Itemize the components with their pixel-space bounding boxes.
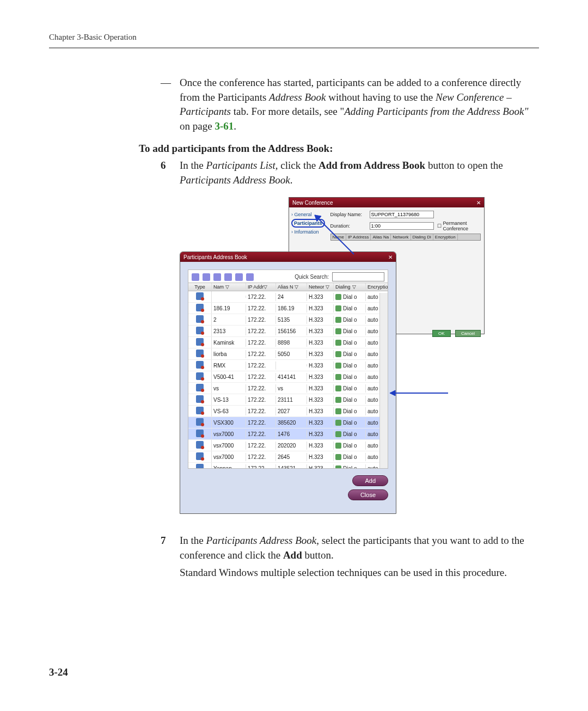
dial-icon bbox=[335, 351, 341, 357]
ab-title: Participants Address Book bbox=[183, 254, 247, 260]
participant-icon bbox=[196, 292, 204, 300]
participant-icon bbox=[196, 464, 204, 469]
dial-icon bbox=[335, 294, 341, 300]
bullet-text: Once the conference has started, partici… bbox=[180, 76, 539, 133]
duration-input[interactable] bbox=[370, 222, 434, 230]
dial-icon bbox=[335, 454, 341, 460]
ab-table-header: Type Nam ▽ IP Addr▽ Alias N ▽ Networ ▽ D… bbox=[188, 283, 388, 291]
nc-nav-information[interactable]: › Information bbox=[291, 229, 325, 235]
participant-icon bbox=[196, 361, 204, 369]
participant-icon bbox=[196, 407, 204, 414]
ab-toolbar: Quick Search: bbox=[188, 269, 388, 283]
table-row[interactable]: 172.22.24H.323 Dial oauto bbox=[188, 291, 388, 303]
sub-heading: To add participants from the Address Boo… bbox=[139, 142, 539, 156]
dial-icon bbox=[335, 363, 341, 369]
running-head: Chapter 3-Basic Operation bbox=[49, 33, 539, 42]
page-link-3-61[interactable]: 3-61 bbox=[215, 120, 234, 132]
toolbar-export-icon[interactable] bbox=[224, 273, 232, 281]
participant-icon bbox=[196, 304, 204, 311]
table-row[interactable]: VS-63172.22.2027H.323 Dial oauto bbox=[188, 406, 388, 417]
table-row[interactable]: liorba172.22.5050H.323 Dial oauto bbox=[188, 348, 388, 360]
permanent-label: Permanent Conference bbox=[443, 220, 481, 231]
toolbar-new-icon[interactable] bbox=[192, 273, 199, 281]
dial-icon bbox=[335, 385, 341, 391]
participant-icon bbox=[196, 338, 204, 346]
cancel-button[interactable]: Cancel bbox=[455, 330, 481, 337]
close-button[interactable]: Close bbox=[348, 489, 388, 500]
ab-titlebar: Participants Address Book ✕ bbox=[180, 252, 396, 262]
dial-icon bbox=[335, 420, 341, 426]
dial-icon bbox=[335, 317, 341, 323]
table-row[interactable]: VSX300172.22.385620H.323 Dial oauto bbox=[188, 417, 388, 428]
dash-mark: — bbox=[161, 76, 180, 133]
toolbar-delete-icon[interactable] bbox=[203, 273, 210, 281]
table-row[interactable]: 2172.22.5135H.323 Dial oauto bbox=[188, 314, 388, 326]
dial-icon bbox=[335, 397, 341, 403]
table-row[interactable]: vsx7000172.22.1476H.323 Dial oauto bbox=[188, 428, 388, 440]
participant-icon bbox=[196, 452, 204, 460]
nc-titlebar: New Conference ✕ bbox=[289, 198, 484, 207]
participant-icon bbox=[196, 315, 204, 323]
participant-icon bbox=[196, 372, 204, 380]
screenshot-figure: New Conference ✕ › General Participants … bbox=[180, 197, 485, 524]
dial-icon bbox=[335, 305, 341, 311]
participant-icon bbox=[196, 441, 204, 449]
participant-icon bbox=[196, 395, 204, 403]
dial-icon bbox=[335, 328, 341, 334]
quick-search-input[interactable] bbox=[332, 272, 384, 281]
table-row[interactable]: VS-13172.22.23111H.323 Dial oauto bbox=[188, 394, 388, 406]
page-number: 3-24 bbox=[49, 666, 68, 678]
display-name-input[interactable] bbox=[370, 211, 434, 218]
participant-icon bbox=[196, 384, 204, 391]
duration-label: Duration: bbox=[330, 223, 370, 229]
step-text: In the Participants List, click the Add … bbox=[180, 158, 539, 187]
ok-button[interactable]: OK bbox=[432, 330, 451, 337]
close-icon[interactable]: ✕ bbox=[388, 254, 393, 260]
toolbar-copy-icon[interactable] bbox=[235, 273, 243, 281]
header-divider bbox=[49, 47, 539, 48]
dial-icon bbox=[335, 374, 341, 380]
nc-nav-general[interactable]: › General bbox=[291, 212, 325, 217]
step-7: 7 In the Participants Address Book, sele… bbox=[161, 534, 539, 580]
table-row[interactable]: vsx7000172.22.202020H.323 Dial oauto bbox=[188, 440, 388, 451]
step-number: 7 bbox=[161, 534, 180, 580]
permanent-checkbox[interactable]: ☐ bbox=[437, 223, 442, 229]
display-name-label: Display Name: bbox=[330, 212, 370, 217]
table-row[interactable]: 2313172.22.156156H.323 Dial oauto bbox=[188, 326, 388, 337]
step-number: 6 bbox=[161, 158, 180, 187]
ab-table: Type Nam ▽ IP Addr▽ Alias N ▽ Networ ▽ D… bbox=[188, 283, 388, 469]
step-6: 6 In the Participants List, click the Ad… bbox=[161, 158, 539, 187]
participant-icon bbox=[196, 327, 204, 334]
nc-nav-participants[interactable]: Participants bbox=[291, 219, 325, 228]
participant-icon bbox=[196, 350, 204, 357]
toolbar-paste-icon[interactable] bbox=[246, 273, 254, 281]
dial-icon bbox=[335, 408, 341, 414]
table-row[interactable]: Kaminsk172.22.8898H.323 Dial oauto bbox=[188, 337, 388, 348]
table-row[interactable]: Yannan172.22.143521H.323 Dial oauto bbox=[188, 463, 388, 469]
close-icon[interactable]: ✕ bbox=[476, 200, 481, 206]
nc-title: New Conference bbox=[292, 200, 333, 206]
dial-icon bbox=[335, 443, 341, 449]
table-row[interactable]: vsx7000172.22.2645H.323 Dial oauto bbox=[188, 451, 388, 463]
toolbar-import-icon[interactable] bbox=[213, 273, 221, 281]
bullet-item: — Once the conference has started, parti… bbox=[161, 76, 539, 133]
table-row[interactable]: vs172.22.vsH.323 Dial oauto bbox=[188, 383, 388, 394]
table-row[interactable]: RMX172.22.H.323 Dial oauto bbox=[188, 360, 388, 371]
add-button[interactable]: Add bbox=[352, 475, 388, 486]
table-row[interactable]: V500-41172.22.414141H.323 Dial oauto bbox=[188, 371, 388, 383]
participant-icon bbox=[196, 430, 204, 437]
step-text: In the Participants Address Book, select… bbox=[180, 534, 539, 580]
table-row[interactable]: 186.19172.22.186.19H.323 Dial oauto bbox=[188, 303, 388, 314]
nc-table-header: Name IP Address Alias Na Network Dialing… bbox=[330, 234, 481, 241]
dial-icon bbox=[335, 340, 341, 346]
quick-search-label: Quick Search: bbox=[295, 274, 329, 280]
dial-icon bbox=[335, 465, 341, 469]
scrollbar-vertical[interactable] bbox=[379, 293, 388, 468]
address-book-dialog: Participants Address Book ✕ Quick Search… bbox=[180, 252, 396, 514]
participant-icon bbox=[196, 418, 204, 426]
dial-icon bbox=[335, 431, 341, 437]
